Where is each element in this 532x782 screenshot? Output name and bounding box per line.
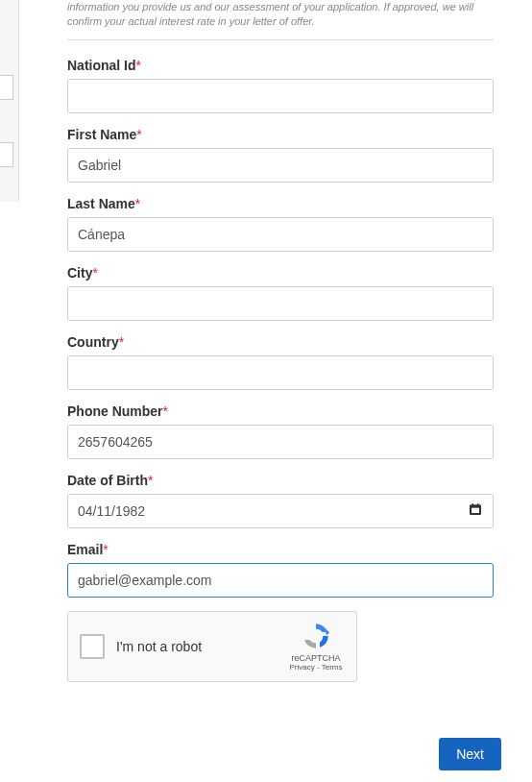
recaptcha-links[interactable]: Privacy - Terms [287,663,345,672]
field-dob: Date of Birth* 04/11/1982 [67,473,494,528]
label-text: City [67,265,92,281]
recaptcha-label: I'm not a robot [116,639,287,654]
field-city: City* [67,265,494,321]
label-text: Phone Number [67,403,163,419]
label-email: Email* [67,542,494,557]
required-mark: * [103,542,108,557]
field-country: Country* [67,334,494,390]
field-first-name: First Name* [67,127,494,183]
recaptcha-logo-icon [301,621,331,651]
label-national-id: National Id* [67,58,494,73]
label-phone: Phone Number* [67,403,494,419]
label-last-name: Last Name* [67,196,494,211]
input-dob[interactable]: 04/11/1982 [67,494,494,528]
recaptcha-checkbox[interactable] [80,634,105,659]
input-national-id[interactable] [67,79,494,113]
dob-value: 04/11/1982 [78,503,145,519]
field-national-id: National Id* [67,58,494,113]
required-mark: * [136,58,141,73]
label-text: Email [67,542,103,557]
recaptcha-brand: reCAPTCHA Privacy - Terms [287,621,345,672]
left-tab-1[interactable] [0,75,13,100]
required-mark: * [163,403,168,419]
left-sidebar-strip [0,0,19,202]
input-first-name[interactable] [67,148,494,183]
label-text: National Id [67,58,136,73]
label-text: First Name [67,127,136,142]
svg-rect-1 [471,507,479,514]
required-mark: * [136,127,141,142]
input-city[interactable] [67,286,494,321]
label-first-name: First Name* [67,127,494,142]
form-container: information you provide us and our asses… [60,0,532,682]
label-text: Country [67,334,119,350]
label-text: Date of Birth [67,473,148,488]
field-last-name: Last Name* [67,196,494,252]
required-mark: * [92,265,97,281]
field-email: Email* [67,542,494,598]
svg-marker-4 [326,629,329,635]
label-city: City* [67,265,494,281]
next-button[interactable]: Next [439,738,501,770]
required-mark: * [135,196,140,211]
input-phone[interactable] [67,425,494,459]
label-dob: Date of Birth* [67,473,494,488]
label-text: Last Name [67,196,135,211]
required-mark: * [148,473,153,488]
field-phone: Phone Number* [67,403,494,459]
recaptcha-widget: I'm not a robot reCAPTCHA Privacy - Term… [67,611,357,682]
recaptcha-brand-name: reCAPTCHA [287,653,345,663]
disclaimer-text: information you provide us and our asses… [60,0,501,39]
calendar-icon[interactable] [468,501,483,520]
left-tab-2[interactable] [0,142,13,167]
input-email[interactable] [67,563,494,598]
label-country: Country* [67,334,494,350]
input-last-name[interactable] [67,217,494,252]
required-mark: * [119,334,124,350]
input-country[interactable] [67,355,494,390]
divider [67,39,494,40]
